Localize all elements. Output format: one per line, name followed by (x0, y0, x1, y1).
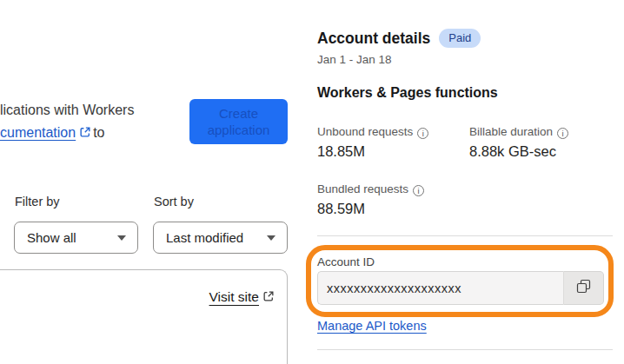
external-link-icon (79, 122, 91, 145)
external-link-icon (262, 290, 275, 306)
account-id-group (317, 271, 604, 305)
functions-section-title: Workers & Pages functions (317, 85, 498, 101)
copy-icon (576, 279, 591, 297)
account-details-heading: Account details (317, 30, 430, 47)
filter-by-label: Filter by (15, 195, 60, 208)
divider (317, 349, 613, 350)
sort-by-label: Sort by (154, 195, 194, 208)
stat-value-billable-duration: 8.88k GB-sec (469, 143, 556, 160)
chevron-down-icon (117, 235, 126, 241)
billing-date-range: Jan 1 - Jan 18 (317, 53, 392, 66)
intro-line-2: cumentationto (0, 122, 134, 145)
stat-value-bundled-requests: 88.59M (317, 201, 365, 217)
info-icon[interactable] (417, 128, 428, 139)
sort-dropdown-value: Last modified (166, 230, 243, 245)
info-icon[interactable] (413, 185, 424, 196)
account-id-input[interactable] (317, 271, 563, 305)
stat-label-bundled-requests: Bundled requests (317, 182, 424, 196)
manage-api-tokens-link[interactable]: Manage API tokens (317, 319, 427, 333)
project-card: Visit site (0, 269, 288, 364)
sort-dropdown[interactable]: Last modified (153, 222, 288, 254)
account-id-label: Account ID (317, 255, 375, 268)
account-details-title: Account detailsPaid (317, 29, 481, 48)
visit-site-link[interactable]: Visit site (209, 289, 259, 304)
info-icon[interactable] (557, 128, 568, 139)
workers-pages-dashboard: lications with Workers cumentationto Cre… (0, 0, 624, 364)
plan-badge: Paid (439, 29, 481, 48)
copy-button[interactable] (563, 271, 604, 305)
intro-text: lications with Workers cumentationto (0, 99, 134, 145)
documentation-link[interactable]: cumentation (0, 125, 76, 140)
create-application-button[interactable]: Create application (189, 99, 288, 144)
filter-dropdown[interactable]: Show all (14, 222, 138, 254)
stat-label-billable-duration: Billable duration (469, 125, 568, 139)
intro-after-link: to (93, 125, 104, 140)
visit-site-row: Visit site (0, 289, 276, 306)
chevron-down-icon (267, 235, 275, 241)
divider (317, 235, 613, 236)
intro-line-1: lications with Workers (0, 99, 134, 122)
stat-value-unbound-requests: 18.85M (317, 143, 365, 160)
filter-dropdown-value: Show all (27, 230, 76, 245)
stat-label-unbound-requests: Unbound requests (317, 125, 428, 139)
manage-api-tokens-row: Manage API tokens (317, 319, 427, 333)
